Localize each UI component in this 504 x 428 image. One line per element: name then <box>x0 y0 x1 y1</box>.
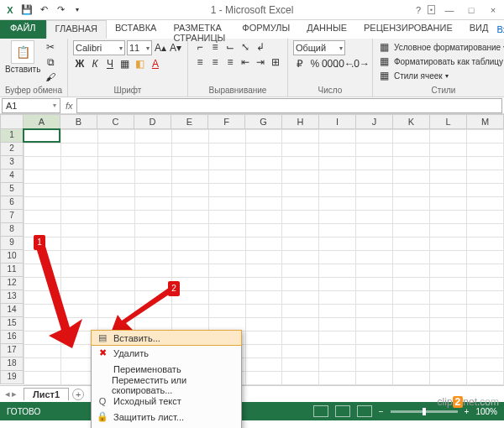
cell[interactable] <box>430 224 467 237</box>
select-all-corner[interactable] <box>0 114 24 129</box>
cell[interactable] <box>319 237 356 251</box>
cell[interactable] <box>97 130 134 144</box>
cell[interactable] <box>171 184 208 197</box>
cell[interactable] <box>356 237 393 251</box>
cell[interactable] <box>208 224 245 237</box>
cell[interactable] <box>245 318 282 331</box>
row-header[interactable]: 11 <box>0 264 24 277</box>
cell[interactable] <box>245 157 282 170</box>
tab-review[interactable]: РЕЦЕНЗИРОВАНИЕ <box>355 20 461 39</box>
cell[interactable] <box>24 157 61 170</box>
signin-link[interactable]: Вход <box>496 24 504 34</box>
view-normal-icon[interactable] <box>313 405 328 417</box>
cell[interactable] <box>97 224 134 237</box>
row-header[interactable]: 13 <box>0 290 24 304</box>
cell[interactable] <box>97 197 134 211</box>
column-header[interactable]: M <box>467 114 504 129</box>
cell[interactable] <box>356 278 393 291</box>
cell[interactable] <box>97 184 134 197</box>
cell[interactable] <box>356 144 393 157</box>
cell[interactable] <box>393 291 430 305</box>
cell[interactable] <box>393 237 430 251</box>
cell[interactable] <box>171 251 208 264</box>
cell[interactable] <box>467 318 504 331</box>
cell[interactable] <box>208 170 245 184</box>
sheet-nav-next-icon[interactable]: ▸ <box>12 389 17 399</box>
cell[interactable] <box>245 237 282 251</box>
cell[interactable] <box>208 184 245 197</box>
cell[interactable] <box>282 170 319 184</box>
cell[interactable] <box>134 237 171 251</box>
cell[interactable] <box>134 211 171 224</box>
cell[interactable] <box>60 170 97 184</box>
cell[interactable] <box>282 197 319 211</box>
cell[interactable] <box>467 211 504 224</box>
cell-styles-button[interactable]: ▦Стили ячеек▾ <box>378 69 504 82</box>
cell[interactable] <box>430 130 467 144</box>
zoom-level[interactable]: 100% <box>475 407 497 416</box>
formula-input[interactable] <box>76 98 502 113</box>
cell[interactable] <box>208 130 245 144</box>
cell[interactable] <box>467 144 504 157</box>
fill-color-icon[interactable]: ◧ <box>134 57 147 70</box>
cell[interactable] <box>430 157 467 170</box>
align-top-icon[interactable]: ⌐ <box>193 40 207 54</box>
cell[interactable] <box>356 224 393 237</box>
cell[interactable] <box>24 184 61 197</box>
align-center-icon[interactable]: ≡ <box>208 55 222 69</box>
cell[interactable] <box>208 278 245 291</box>
cell[interactable] <box>430 251 467 264</box>
cell[interactable] <box>282 237 319 251</box>
align-middle-icon[interactable]: ≡ <box>208 40 222 54</box>
column-header[interactable]: L <box>430 114 467 129</box>
cell[interactable] <box>430 291 467 305</box>
cell[interactable] <box>282 144 319 157</box>
column-header[interactable]: E <box>171 114 208 129</box>
inc-decimal-icon[interactable]: .0← <box>339 57 352 70</box>
zoom-in-button[interactable]: + <box>465 407 470 416</box>
cell[interactable] <box>356 197 393 211</box>
ctx-tab-color[interactable]: Цвет ярлычка▸ <box>92 425 241 428</box>
cell[interactable] <box>171 170 208 184</box>
cell[interactable] <box>430 331 467 345</box>
column-header[interactable]: G <box>245 114 282 129</box>
cell[interactable] <box>393 157 430 170</box>
cell[interactable] <box>24 144 61 157</box>
row-header[interactable]: 10 <box>0 250 24 264</box>
cell[interactable] <box>97 144 134 157</box>
cell[interactable] <box>245 264 282 278</box>
cell[interactable] <box>208 251 245 264</box>
ctx-delete[interactable]: ✖Удалить <box>92 345 241 361</box>
cell[interactable] <box>245 278 282 291</box>
cell[interactable] <box>319 170 356 184</box>
tab-insert[interactable]: ВСТАВКА <box>107 20 165 39</box>
cell[interactable] <box>467 278 504 291</box>
cell[interactable] <box>319 224 356 237</box>
cell[interactable] <box>393 170 430 184</box>
cell[interactable] <box>134 157 171 170</box>
cell[interactable] <box>245 331 282 345</box>
grow-font-icon[interactable]: A▴ <box>154 41 167 55</box>
cell[interactable] <box>97 251 134 264</box>
cell[interactable] <box>208 237 245 251</box>
column-header[interactable]: D <box>134 114 171 129</box>
sheet-tab[interactable]: Лист1 <box>24 388 69 400</box>
cell[interactable] <box>467 157 504 170</box>
zoom-out-button[interactable]: − <box>379 407 384 416</box>
cell[interactable] <box>171 130 208 144</box>
cell[interactable] <box>319 264 356 278</box>
cell[interactable] <box>60 157 97 170</box>
tab-data[interactable]: ДАННЫЕ <box>298 20 355 39</box>
cell[interactable] <box>208 157 245 170</box>
cell[interactable] <box>356 345 393 358</box>
cell[interactable] <box>430 264 467 278</box>
row-header[interactable]: 8 <box>0 223 24 237</box>
cell[interactable] <box>393 197 430 211</box>
cell[interactable] <box>171 224 208 237</box>
qat-dropdown-icon[interactable]: ▾ <box>71 3 84 17</box>
row-header[interactable]: 5 <box>0 183 24 196</box>
cell[interactable] <box>430 211 467 224</box>
cell[interactable] <box>393 358 430 372</box>
cell[interactable] <box>467 197 504 211</box>
cell[interactable] <box>319 291 356 305</box>
